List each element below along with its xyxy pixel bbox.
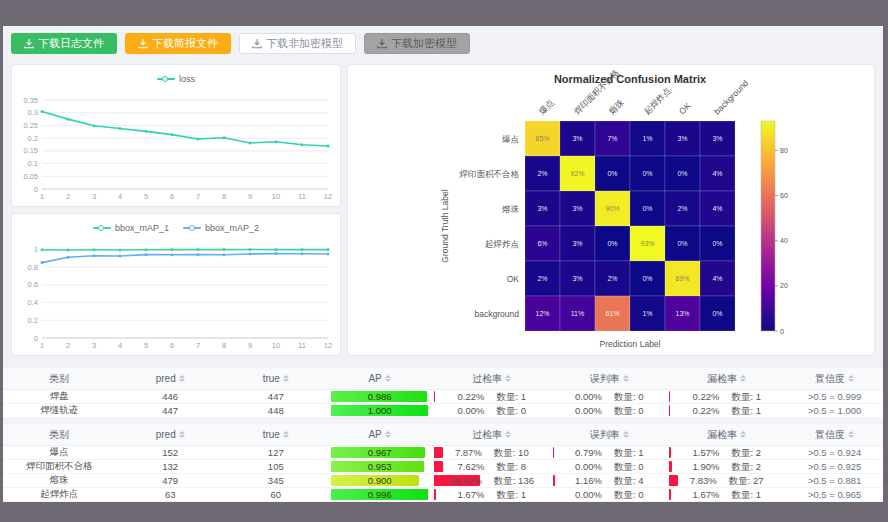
legend-item-bbox_mAP_2[interactable]: bbox_mAP_2 (183, 223, 259, 233)
column-header-AP[interactable]: AP (327, 368, 433, 390)
column-header-过检率[interactable]: 过检率 (432, 424, 551, 446)
column-header-label: 误判率 (590, 372, 620, 386)
class-label: 焊盘 (3, 390, 116, 404)
rate-cell: 0.79%数量: 1 (553, 447, 665, 459)
column-header-置信度[interactable]: 置信度 (786, 368, 883, 390)
download-encrypted-model-button[interactable]: 下载加密模型 (364, 33, 470, 54)
column-header-漏检率[interactable]: 漏检率 (667, 368, 786, 390)
loss-chart-legend: loss (12, 65, 340, 89)
svg-text:OK: OK (507, 274, 520, 284)
rate-count: 数量: 0 (614, 405, 644, 417)
ap-value: 1.000 (331, 405, 429, 417)
button-label: 下载简报文件 (152, 38, 218, 49)
download-report-button[interactable]: 下载简报文件 (125, 33, 231, 54)
column-header-pred[interactable]: pred (116, 424, 225, 446)
svg-text:5: 5 (144, 341, 148, 350)
legend-label: bbox_mAP_1 (115, 223, 169, 233)
class-label: 焊印面积不合格 (3, 460, 116, 474)
rate-count: 数量: 0 (614, 461, 644, 473)
rate-cell: 0.00%数量: 0 (553, 461, 665, 473)
column-header-true[interactable]: true (225, 424, 327, 446)
svg-text:0.05: 0.05 (23, 172, 38, 181)
rate-percent: 0.22% (458, 391, 485, 403)
rate-percent: 1.57% (693, 447, 720, 459)
svg-text:12%: 12% (535, 310, 549, 317)
column-header-AP[interactable]: AP (327, 424, 433, 446)
svg-text:OK: OK (677, 100, 693, 116)
column-header-label: pred (156, 429, 176, 440)
svg-text:4%: 4% (712, 275, 722, 282)
svg-text:9: 9 (248, 341, 252, 350)
svg-text:10: 10 (272, 192, 280, 201)
svg-text:0: 0 (780, 328, 784, 335)
rate-percent: 0.00% (575, 391, 602, 403)
sort-icon[interactable] (740, 431, 746, 438)
sort-icon[interactable] (385, 375, 391, 382)
legend-item-bbox_mAP_1[interactable]: bbox_mAP_1 (93, 223, 169, 233)
download-log-button[interactable]: 下载日志文件 (11, 33, 117, 54)
svg-text:6: 6 (170, 341, 174, 350)
sort-icon[interactable] (179, 375, 185, 382)
column-header-类别: 类别 (3, 368, 116, 390)
rate-count: 数量: 2 (731, 461, 761, 473)
sort-icon[interactable] (505, 431, 511, 438)
sort-icon[interactable] (179, 431, 185, 438)
sort-icon[interactable] (848, 375, 854, 382)
column-header-label: AP (368, 373, 381, 384)
column-header-漏检率[interactable]: 漏检率 (667, 424, 786, 446)
training-dashboard: 下载日志文件 下载简报文件 下载非加密模型 下载加密模型 loss 00.050… (3, 26, 883, 502)
sort-icon[interactable] (505, 375, 511, 382)
svg-text:3%: 3% (712, 135, 722, 142)
rate-count: 数量: 0 (614, 489, 644, 501)
column-header-过检率[interactable]: 过检率 (432, 368, 551, 390)
sort-icon[interactable] (283, 375, 289, 382)
svg-text:8: 8 (222, 192, 226, 201)
ap-cell: 0.996 (331, 489, 429, 501)
column-header-误判率[interactable]: 误判率 (551, 424, 667, 446)
svg-text:89%: 89% (675, 275, 689, 282)
svg-text:1%: 1% (642, 310, 652, 317)
column-header-label: 误判率 (590, 428, 620, 442)
table-row: 焊盘4464470.9860.22%数量: 10.00%数量: 00.22%数量… (3, 390, 883, 404)
metrics-tables: 类别predtrueAP过检率误判率漏检率置信度焊盘4464470.9860.2… (3, 368, 883, 502)
rate-percent: 1.90% (693, 461, 720, 473)
column-header-置信度[interactable]: 置信度 (786, 424, 883, 446)
legend-item-loss[interactable]: loss (157, 74, 195, 84)
confidence-value: >0.5 = 0.881 (786, 474, 883, 488)
rate-cell: 1.67%数量: 1 (669, 489, 784, 501)
rate-count: 数量: 1 (731, 489, 761, 501)
rate-count: 数量: 8 (496, 461, 526, 473)
download-unencrypted-model-button[interactable]: 下载非加密模型 (239, 33, 356, 54)
sort-icon[interactable] (623, 431, 629, 438)
confidence-value: >0.5 = 0.925 (786, 460, 883, 474)
svg-text:3%: 3% (572, 205, 582, 212)
sort-icon[interactable] (848, 431, 854, 438)
sort-icon[interactable] (385, 431, 391, 438)
sort-icon[interactable] (623, 375, 629, 382)
download-icon (377, 39, 387, 49)
rate-percent: 1.16% (575, 475, 602, 487)
svg-text:2: 2 (66, 192, 70, 201)
pred-count: 446 (116, 390, 225, 404)
sort-icon[interactable] (283, 431, 289, 438)
column-header-label: 类别 (49, 428, 69, 442)
rate-percent: 0.00% (575, 405, 602, 417)
svg-text:1: 1 (34, 245, 38, 254)
rate-percent: 0.00% (575, 489, 602, 501)
svg-text:熔珠: 熔珠 (502, 204, 520, 214)
column-header-label: 漏检率 (707, 428, 737, 442)
column-header-pred[interactable]: pred (116, 368, 225, 390)
svg-text:1: 1 (40, 192, 44, 201)
svg-text:20: 20 (780, 282, 788, 289)
svg-text:4%: 4% (712, 170, 722, 177)
sort-icon[interactable] (740, 375, 746, 382)
svg-text:起焊炸点: 起焊炸点 (485, 239, 520, 249)
rate-count: 数量: 2 (731, 447, 761, 459)
svg-text:7: 7 (196, 341, 200, 350)
column-header-误判率[interactable]: 误判率 (551, 368, 667, 390)
confusion-matrix: Normalized Confusion Matrix85%3%7%1%3%3%… (348, 65, 875, 355)
table-row: 爆点1521270.9677.87%数量: 100.79%数量: 11.57%数… (3, 446, 883, 460)
column-header-true[interactable]: true (225, 368, 327, 390)
class-label: OK (3, 502, 116, 503)
svg-text:61%: 61% (605, 310, 619, 317)
